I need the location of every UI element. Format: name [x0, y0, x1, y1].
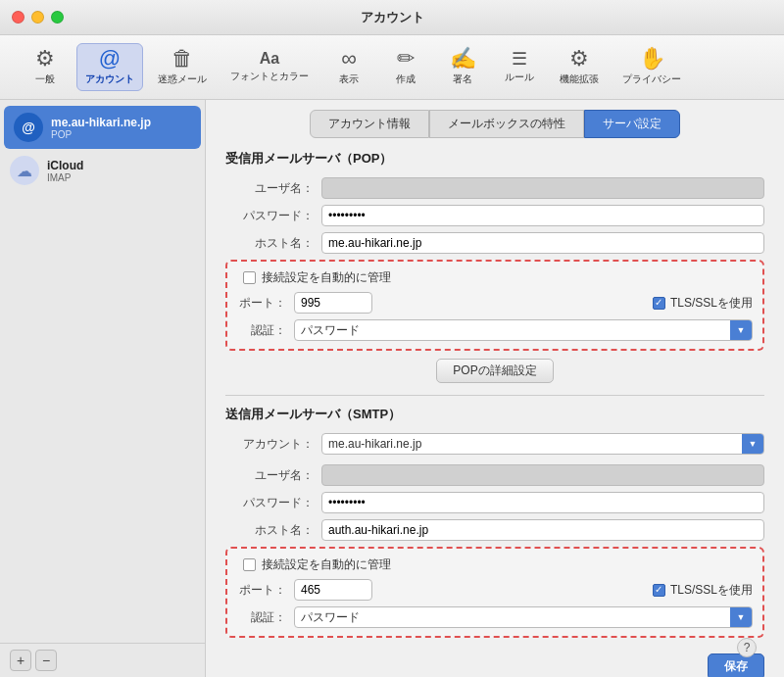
- remove-account-button[interactable]: −: [35, 650, 57, 671]
- incoming-tls-container: TLS/SSLを使用: [653, 295, 753, 312]
- incoming-hostname-label: ホスト名：: [225, 235, 314, 252]
- outgoing-auth-row: 認証： パスワード ▼: [237, 606, 753, 628]
- toolbar-fonts[interactable]: Aa フォントとカラー: [221, 46, 318, 88]
- incoming-hostname-row: ホスト名：: [225, 232, 764, 254]
- smtp-account-select[interactable]: me.au-hikari.ne.jp ▼: [321, 433, 764, 455]
- tab-server-settings[interactable]: サーバ設定: [584, 110, 680, 138]
- incoming-hostname-input[interactable]: [321, 232, 764, 254]
- outgoing-port-input[interactable]: [294, 579, 372, 601]
- toolbar-accounts-label: アカウント: [85, 73, 134, 86]
- smtp-account-label: アカウント：: [225, 436, 314, 453]
- incoming-auth-value: パスワード: [295, 322, 730, 339]
- section-divider: [225, 395, 764, 396]
- maximize-button[interactable]: [51, 11, 64, 24]
- incoming-auto-manage-checkbox[interactable]: [243, 271, 256, 284]
- incoming-tls-label: TLS/SSLを使用: [670, 295, 753, 312]
- toolbar-display-label: 表示: [339, 73, 359, 86]
- pop-detail-button[interactable]: POPの詳細設定: [436, 359, 553, 383]
- toolbar-compose[interactable]: ✏ 作成: [380, 43, 431, 91]
- outgoing-auth-label: 認証：: [237, 609, 286, 626]
- toolbar-junk[interactable]: 🗑 迷惑メール: [149, 43, 216, 91]
- tab-bar: アカウント情報 メールボックスの特性 サーバ設定: [206, 100, 784, 138]
- outgoing-username-input[interactable]: [321, 464, 764, 486]
- au-hikari-subtitle: POP: [51, 129, 151, 140]
- outgoing-auto-manage-row: 接続設定を自動的に管理: [237, 556, 753, 573]
- extensions-icon: ⚙: [569, 48, 589, 70]
- save-container: 保存: [225, 646, 764, 677]
- tab-mailbox-props[interactable]: メールボックスの特性: [429, 110, 584, 138]
- incoming-password-label: パスワード：: [225, 208, 314, 224]
- incoming-username-label: ユーザ名：: [225, 180, 314, 197]
- incoming-auto-manage-label: 接続設定を自動的に管理: [262, 269, 391, 286]
- smtp-account-value: me.au-hikari.ne.jp: [322, 437, 742, 451]
- toolbar-extensions[interactable]: ⚙ 機能拡張: [551, 43, 608, 91]
- window-title: アカウント: [361, 9, 424, 26]
- smtp-account-arrow[interactable]: ▼: [742, 433, 763, 455]
- incoming-auth-arrow[interactable]: ▼: [730, 319, 752, 341]
- titlebar: アカウント: [0, 0, 784, 35]
- incoming-tls-checkbox[interactable]: [653, 297, 665, 310]
- sidebar-item-icloud[interactable]: ☁ iCloud IMAP: [0, 149, 205, 192]
- icloud-icon: ☁: [10, 156, 39, 185]
- tab-account-info[interactable]: アカウント情報: [310, 110, 429, 138]
- signature-icon: ✍: [450, 48, 476, 70]
- sidebar-items: @ me.au-hikari.ne.jp POP ☁ iCloud IMAP: [0, 100, 205, 643]
- main-area: @ me.au-hikari.ne.jp POP ☁ iCloud IMAP +…: [0, 100, 784, 677]
- incoming-advanced-box: 接続設定を自動的に管理 ポート： TLS/SSLを使用 認証： パスワード ▼: [225, 260, 764, 351]
- outgoing-auto-manage-label: 接続設定を自動的に管理: [262, 556, 391, 573]
- sidebar-item-au-hikari[interactable]: @ me.au-hikari.ne.jp POP: [4, 106, 201, 149]
- toolbar-rules[interactable]: ☰ ルール: [494, 45, 545, 89]
- outgoing-hostname-row: ホスト名：: [225, 519, 764, 541]
- outgoing-auth-select[interactable]: パスワード ▼: [294, 606, 753, 628]
- au-hikari-icon: @: [14, 113, 43, 142]
- general-icon: ⚙: [35, 48, 55, 70]
- save-button[interactable]: 保存: [708, 653, 764, 677]
- scroll-area[interactable]: 受信用メールサーバ（POP） ユーザ名： パスワード： ホスト名： 接続設定を自…: [206, 138, 784, 677]
- outgoing-password-label: パスワード：: [225, 495, 314, 511]
- toolbar-fonts-label: フォントとカラー: [230, 70, 309, 83]
- help-button[interactable]: ?: [737, 638, 757, 657]
- outgoing-port-label: ポート：: [237, 582, 286, 599]
- outgoing-password-input[interactable]: [321, 492, 764, 513]
- incoming-password-input[interactable]: [321, 205, 764, 226]
- outgoing-tls-checkbox[interactable]: [653, 584, 665, 597]
- outgoing-hostname-input[interactable]: [321, 519, 764, 541]
- add-account-button[interactable]: +: [10, 650, 31, 671]
- incoming-port-row: ポート： TLS/SSLを使用: [237, 292, 753, 314]
- au-hikari-text: me.au-hikari.ne.jp POP: [51, 116, 151, 140]
- toolbar-accounts[interactable]: @ アカウント: [76, 43, 143, 91]
- outgoing-username-row: ユーザ名：: [225, 464, 764, 486]
- outgoing-auth-arrow[interactable]: ▼: [730, 606, 752, 628]
- incoming-port-input[interactable]: [294, 292, 372, 314]
- outgoing-password-row: パスワード：: [225, 492, 764, 513]
- toolbar-signature[interactable]: ✍ 署名: [437, 43, 488, 91]
- toolbar-general[interactable]: ⚙ 一般: [20, 43, 71, 91]
- incoming-username-input[interactable]: [321, 177, 764, 199]
- incoming-username-row: ユーザ名：: [225, 177, 764, 199]
- toolbar-display[interactable]: ∞ 表示: [323, 43, 374, 91]
- incoming-auth-select[interactable]: パスワード ▼: [294, 319, 753, 341]
- outgoing-username-label: ユーザ名：: [225, 467, 314, 484]
- content-area: アカウント情報 メールボックスの特性 サーバ設定 受信用メールサーバ（POP） …: [206, 100, 784, 677]
- minimize-button[interactable]: [31, 11, 44, 24]
- outgoing-hostname-label: ホスト名：: [225, 522, 314, 539]
- incoming-port-label: ポート：: [237, 295, 286, 312]
- sidebar-footer: + −: [0, 643, 205, 677]
- au-hikari-title: me.au-hikari.ne.jp: [51, 116, 151, 129]
- incoming-section-title: 受信用メールサーバ（POP）: [225, 150, 764, 168]
- toolbar-privacy-label: プライバシー: [622, 73, 681, 86]
- incoming-auth-row: 認証： パスワード ▼: [237, 319, 753, 341]
- outgoing-port-row: ポート： TLS/SSLを使用: [237, 579, 753, 601]
- outgoing-auth-value: パスワード: [295, 609, 730, 626]
- junk-icon: 🗑: [172, 48, 193, 70]
- incoming-password-row: パスワード：: [225, 205, 764, 226]
- icloud-text: iCloud IMAP: [47, 159, 83, 183]
- compose-icon: ✏: [397, 48, 415, 70]
- pop-detail-container: POPの詳細設定: [225, 359, 764, 383]
- close-button[interactable]: [12, 11, 24, 24]
- outgoing-auto-manage-checkbox[interactable]: [243, 558, 256, 571]
- accounts-icon: @: [99, 48, 121, 70]
- traffic-lights: [12, 11, 64, 24]
- rules-icon: ☰: [512, 50, 527, 68]
- toolbar-privacy[interactable]: ✋ プライバシー: [613, 43, 690, 91]
